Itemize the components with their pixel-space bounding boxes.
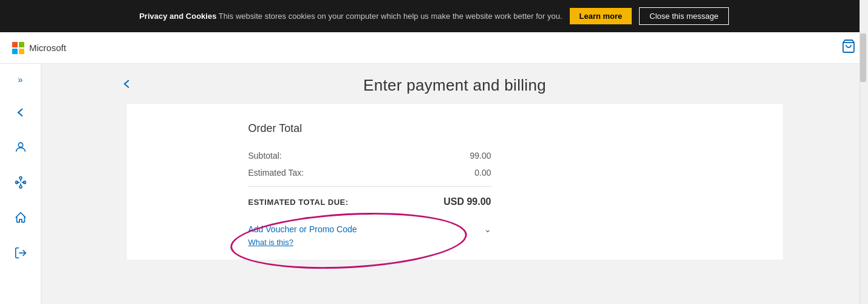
top-nav: Microsoft: [0, 32, 868, 64]
sidebar-back-icon[interactable]: [10, 102, 32, 123]
subtotal-value: 99.00: [470, 151, 491, 161]
svg-rect-5: [19, 186, 22, 188]
order-total-heading: Order Total: [248, 122, 661, 135]
cookie-text: Privacy and Cookies This website stores …: [139, 12, 562, 21]
voucher-section: Add Voucher or Promo Code ⌄ What is this…: [248, 224, 491, 247]
voucher-link[interactable]: Add Voucher or Promo Code: [248, 224, 357, 234]
sidebar-home-icon[interactable]: [9, 206, 32, 229]
svg-point-1: [18, 143, 22, 147]
tax-line: Estimated Tax: 0.00: [248, 164, 491, 181]
cookie-message: This website stores cookies on your comp…: [219, 12, 562, 21]
tax-value: 0.00: [474, 168, 491, 178]
cookie-bold: Privacy and Cookies: [139, 12, 216, 21]
sidebar-person-icon[interactable]: [9, 136, 32, 159]
svg-rect-2: [19, 177, 22, 179]
back-arrow-button[interactable]: [121, 78, 133, 93]
logo-grid: [12, 42, 24, 54]
voucher-row: Add Voucher or Promo Code ⌄: [248, 224, 491, 234]
cart-icon[interactable]: [841, 39, 856, 57]
order-divider: [248, 186, 491, 187]
page-title: Enter payment and billing: [121, 76, 789, 95]
page-header: Enter payment and billing: [121, 64, 789, 101]
subtotal-line: Subtotal: 99.00: [248, 147, 491, 164]
sidebar-expand-button[interactable]: »: [13, 70, 28, 89]
what-is-this-link[interactable]: What is this?: [248, 238, 293, 247]
order-card: Order Total Subtotal: 99.00 Estimated Ta…: [127, 104, 783, 260]
estimated-total-line: ESTIMATED TOTAL DUE: USD 99.00: [248, 192, 491, 212]
microsoft-logo: Microsoft: [12, 42, 66, 54]
estimated-total-label: ESTIMATED TOTAL DUE:: [248, 198, 349, 207]
close-message-button[interactable]: Close this message: [639, 7, 728, 25]
logo-text: Microsoft: [29, 43, 66, 53]
tax-label: Estimated Tax:: [248, 168, 304, 178]
scrollbar-thumb[interactable]: [860, 33, 866, 82]
subtotal-label: Subtotal:: [248, 151, 282, 161]
scrollbar-track[interactable]: [859, 0, 868, 304]
cookie-banner: Privacy and Cookies This website stores …: [0, 0, 868, 32]
content-area: Enter payment and billing Order Total Su…: [41, 64, 868, 304]
sidebar-exit-icon[interactable]: [9, 241, 32, 264]
sidebar-network-icon[interactable]: [9, 171, 32, 194]
main-layout: »: [0, 64, 868, 304]
learn-more-button[interactable]: Learn more: [570, 8, 632, 24]
estimated-total-value: USD 99.00: [443, 196, 491, 207]
voucher-chevron-icon[interactable]: ⌄: [484, 224, 491, 234]
sidebar: »: [0, 64, 41, 304]
